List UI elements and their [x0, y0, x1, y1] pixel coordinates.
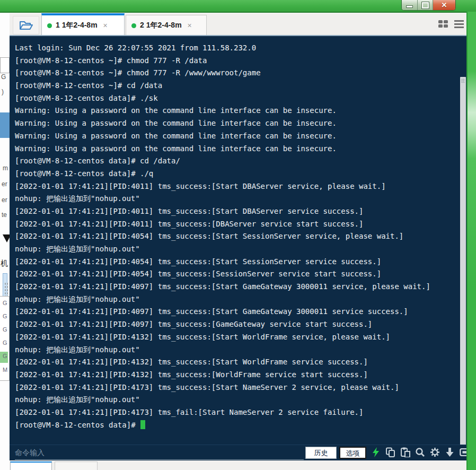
terminal-line: Last login: Sun Dec 26 22:07:55 2021 fro…	[15, 42, 459, 55]
tab-session-1[interactable]: 1 1年2-4-8m ×	[41, 13, 125, 36]
terminal-line: [2022-01-01 17:41:21][PID:4097] tms_succ…	[15, 306, 459, 318]
background-fragment	[0, 57, 10, 73]
command-input[interactable]	[15, 459, 304, 460]
compose-tab-2[interactable]	[55, 462, 98, 470]
command-input-placeholder: 命令输入	[15, 448, 45, 458]
terminal-screen[interactable]: Last login: Sun Dec 26 22:07:55 2021 fro…	[10, 35, 468, 445]
terminal-app-window: 1 1年2-4-8m × 2 1年2-4-8m × Last	[10, 13, 468, 470]
paste-icon[interactable]	[400, 447, 410, 457]
terminal-line: [root@VM-8-12-centos data]# ./q	[15, 168, 459, 180]
background-fragment: er	[2, 180, 7, 188]
history-button[interactable]: 历史	[305, 447, 337, 459]
open-folder-icon	[19, 19, 33, 32]
command-bar-icons	[371, 447, 470, 457]
background-fragment: G	[3, 326, 7, 333]
minimize-icon	[406, 5, 413, 8]
background-fragment: te	[2, 211, 7, 219]
terminal-line: Warning: Using a password on the command…	[15, 130, 459, 143]
background-fragment: M	[3, 367, 7, 373]
tab-label: 1 1年2-4-8m	[56, 21, 98, 30]
terminal-line: [2022-01-01 17:41:21][PID:4054] tms_succ…	[15, 268, 459, 281]
background-fragment: G G G G G M	[0, 296, 10, 381]
terminal-line: [root@VM-8-12-centos data]# cd /data/	[15, 155, 459, 168]
terminal-line: [2022-01-01 17:41:21][PID:4132] tms_succ…	[15, 356, 459, 369]
window-controls: ✕	[401, 0, 456, 11]
terminal-line: Warning: Using a password on the command…	[15, 105, 459, 117]
background-fragment	[4, 282, 8, 297]
terminal-line: nohup: 把输出追加到"nohup.out"	[15, 193, 459, 205]
background-fragment: G	[3, 353, 7, 359]
open-session-button[interactable]	[13, 16, 39, 34]
shell-prompt: [root@VM-8-12-centos data]#	[15, 421, 136, 429]
background-fragment: G	[3, 313, 7, 319]
window-right-border	[466, 12, 476, 470]
terminal-scrollbar-thumb[interactable]	[460, 77, 466, 446]
minimize-button[interactable]	[402, 0, 418, 10]
background-fragment: m	[3, 164, 8, 172]
terminal-line: nohup: 把输出追加到"nohup.out"	[15, 394, 459, 406]
tab-label: 2 1年2-4-8m	[140, 21, 182, 30]
terminal-line: [2022-01-01 17:41:21][PID:4173] tms_succ…	[15, 381, 459, 394]
background-fragment: er	[2, 196, 7, 204]
command-input-bar: 命令输入 历史 选项	[10, 445, 468, 460]
tab-bar: 1 1年2-4-8m × 2 1年2-4-8m ×	[10, 13, 468, 36]
background-fragment: G	[3, 300, 7, 306]
terminal-line: [2022-01-01 17:41:21][PID:4132] tms_succ…	[15, 331, 459, 344]
screen: ✕ G ) m er er te 机 G G G G G M	[0, 0, 476, 470]
terminal-line: Warning: Using a password on the command…	[15, 117, 459, 130]
maximize-icon	[422, 2, 429, 8]
terminal-line: [root@VM-8-12-centos ~]# cd /data	[15, 80, 459, 92]
background-fragment: 机	[1, 259, 8, 268]
gear-icon[interactable]	[430, 447, 440, 457]
terminal-line: nohup: 把输出追加到"nohup.out"	[15, 243, 459, 256]
close-icon: ✕	[442, 0, 447, 10]
lightning-icon[interactable]	[371, 447, 381, 457]
terminal-line: [2022-01-01 17:41:21][PID:4132] tms_succ…	[15, 369, 459, 381]
search-icon[interactable]	[415, 447, 425, 457]
terminal-line: [2022-01-01 17:41:21][PID:4097] tms_succ…	[15, 281, 459, 293]
terminal-prompt-line: [root@VM-8-12-centos data]#	[15, 419, 459, 432]
window-titlebar: ✕	[0, 0, 476, 13]
terminal-line: [root@VM-8-12-centos ~]# chmod 777 -R /d…	[15, 55, 459, 67]
grid-view-icon[interactable]	[438, 19, 448, 29]
maximize-button[interactable]	[418, 0, 433, 10]
terminal-line: [2022-01-01 17:41:21][PID:4097] tms_succ…	[15, 318, 459, 331]
terminal-line: nohup: 把输出追加到"nohup.out"	[15, 344, 459, 356]
terminal-line: [2022-01-01 17:41:21][PID:4054] tms_succ…	[15, 230, 459, 243]
tab-session-2[interactable]: 2 1年2-4-8m ×	[126, 15, 207, 36]
terminal-line: [root@VM-8-12-centos ~]# chmod 777 -R /w…	[15, 67, 459, 80]
tab-close-icon[interactable]: ×	[103, 21, 108, 30]
terminal-line: [root@VM-8-12-centos data]# ./sk	[15, 92, 459, 105]
tab-close-icon[interactable]: ×	[188, 21, 192, 30]
terminal-line: [2022-01-01 17:41:21][PID:4173] tms_fail…	[15, 406, 459, 419]
terminal-line: [2022-01-01 17:41:21][PID:4054] tms_succ…	[15, 256, 459, 268]
terminal-output: Last login: Sun Dec 26 22:07:55 2021 fro…	[15, 42, 459, 431]
options-button[interactable]: 选项	[339, 447, 366, 459]
menu-icon[interactable]	[454, 19, 464, 29]
copy-icon[interactable]	[385, 447, 395, 457]
terminal-line: nohup: 把输出追加到"nohup.out"	[15, 293, 459, 306]
background-fragment: )	[2, 88, 4, 95]
background-fragment	[0, 112, 10, 138]
terminal-cursor	[140, 420, 145, 429]
connected-status-icon	[131, 23, 136, 28]
download-arrow-icon[interactable]	[445, 447, 455, 457]
terminal-line: [2022-01-01 17:41:21][PID:4011] tms_succ…	[15, 218, 459, 231]
connected-status-icon	[47, 23, 52, 28]
background-fragment: G	[1, 73, 6, 81]
terminal-line: Warning: Using a password on the command…	[15, 143, 459, 155]
compose-tab-1[interactable]	[10, 462, 52, 470]
terminal-line: [2022-01-01 17:41:21][PID:4011] tms_succ…	[15, 180, 459, 193]
background-fragment: G	[3, 340, 7, 346]
terminal-line: [2022-01-01 17:41:21][PID:4011] tms_succ…	[15, 205, 459, 218]
compose-tab-strip	[10, 460, 468, 470]
close-button[interactable]: ✕	[433, 0, 455, 10]
background-window-strip: G ) m er er te 机 G G G G G M	[0, 13, 10, 470]
